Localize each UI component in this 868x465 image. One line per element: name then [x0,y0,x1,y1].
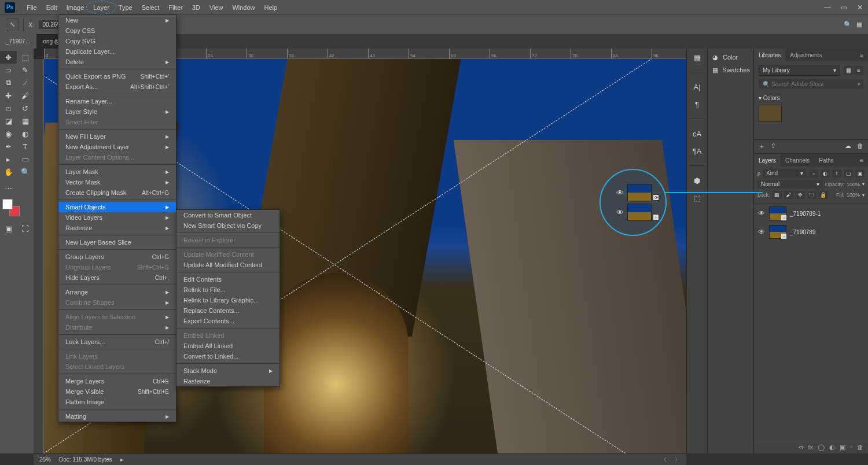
menu-item-relink-to-library-graphic-[interactable]: Relink to Library Graphic... [176,295,279,305]
zoom-level[interactable]: 25% [39,456,51,463]
history-icon[interactable]: ▦ [690,51,704,64]
menu-item-embed-all-linked[interactable]: Embed All Linked [176,341,279,351]
upload-icon[interactable]: ⇪ [771,142,776,151]
shape-tool[interactable]: ▭ [17,153,34,165]
menu-item-stack-mode[interactable]: Stack Mode▶ [176,366,279,376]
fill-value[interactable]: 100% [847,192,860,198]
library-search[interactable]: 🔍 Search Adobe Stock ▾ [759,79,863,89]
menu-item-export-as-[interactable]: Export As...Alt+Shift+Ctrl+' [58,82,176,92]
menu-item-delete[interactable]: Delete▶ [58,57,176,67]
menu-view[interactable]: View [205,2,228,13]
layer-name[interactable]: _7190789 [790,229,816,235]
cube-icon[interactable]: ⬚ [690,191,704,204]
menu-item-create-clipping-mask[interactable]: Create Clipping MaskAlt+Ctrl+G [58,187,176,198]
fx-icon[interactable]: fx [808,444,814,451]
menu-item-vector-mask[interactable]: Vector Mask▶ [58,177,176,187]
menu-window[interactable]: Window [227,2,259,13]
menu-item-convert-to-linked-[interactable]: Convert to Linked... [176,351,279,361]
menu-item-rasterize[interactable]: Rasterize▶ [58,223,176,233]
menu-item-layer-style[interactable]: Layer Style▶ [58,106,176,117]
opacity-value[interactable]: 100% [847,182,860,187]
filter-pixel-icon[interactable]: ▫ [809,169,818,178]
menu-item-lock-layers-[interactable]: Lock Layers...Ctrl+/ [58,337,176,347]
menu-item-new-fill-layer[interactable]: New Fill Layer▶ [58,131,176,142]
menu-item-new-layer-based-slice[interactable]: New Layer Based Slice [58,237,176,248]
filter-smart-icon[interactable]: ▣ [855,169,865,178]
menu-layer[interactable]: Layer [89,2,114,13]
lock-nest-icon[interactable]: ⬚ [807,191,816,199]
menu-item-copy-svg[interactable]: Copy SVG [58,36,176,46]
brush-tool[interactable]: 🖌 [17,89,34,102]
lasso-tool[interactable]: ⊃ [0,64,17,76]
menu-item-new[interactable]: New▶ [58,15,176,25]
layer-thumbnail[interactable]: ▫ [769,206,786,220]
menu-item-edit-contents[interactable]: Edit Contents [176,274,279,285]
menu-filter[interactable]: Filter [164,2,187,13]
new-layer-icon[interactable]: ▫ [850,444,852,451]
menu-item-merge-layers[interactable]: Merge LayersCtrl+E [58,376,176,386]
lock-all-icon[interactable]: 🔒 [819,191,828,199]
quick-mask-tool[interactable]: ▣ [0,222,17,235]
trash-icon[interactable]: 🗑 [857,142,863,151]
menu-item-copy-css[interactable]: Copy CSS [58,25,176,36]
menu-type[interactable]: Type [114,2,137,13]
menu-item-duplicate-layer-[interactable]: Duplicate Layer... [58,46,176,57]
swatches-panel-tab[interactable]: ▦Swatches [711,64,750,76]
menu-item-new-smart-object-via-copy[interactable]: New Smart Object via Copy [176,220,279,231]
library-color-chip[interactable] [759,105,782,122]
menu-file[interactable]: File [22,2,42,13]
lock-pos-icon[interactable]: ✥ [796,191,805,199]
menu-item-layer-mask[interactable]: Layer Mask▶ [58,167,176,177]
panel-menu-icon[interactable]: ≡ [855,154,868,167]
blend-mode-select[interactable]: Normal▾ [757,180,823,189]
tab-layers[interactable]: Layers [754,154,781,167]
menu-item-hide-layers[interactable]: Hide LayersCtrl+, [58,272,176,283]
blur-tool[interactable]: ◉ [0,127,17,140]
menu-item-flatten-image[interactable]: Flatten Image [58,397,176,407]
marquee-tool[interactable]: ⬚ [17,51,34,64]
pen-tool[interactable]: ✒ [0,140,17,153]
edit-toolbar[interactable]: ⋯ [0,182,17,194]
dodge-tool[interactable]: ◐ [17,127,34,140]
tool-preset-icon[interactable]: ⤡ [6,19,19,31]
adjustment-icon[interactable]: ◐ [829,444,835,451]
heal-tool[interactable]: ✚ [0,89,17,102]
tab-libraries[interactable]: Libraries [754,49,785,61]
colors-section-header[interactable]: ▾ Colors [759,94,863,102]
menu-edit[interactable]: Edit [42,2,62,13]
menu-item-rasterize[interactable]: Rasterize [176,376,279,386]
list-view-icon[interactable]: ≡ [854,66,863,75]
workspace-icon[interactable]: ▦ [856,21,862,28]
color-panel-tab[interactable]: ◕Color [711,51,750,64]
menu-image[interactable]: Image [62,2,89,13]
stamp-tool[interactable]: ⏍ [0,102,17,115]
menu-3d[interactable]: 3D [187,2,205,13]
menu-item-quick-export-as-png[interactable]: Quick Export as PNGShift+Ctrl+' [58,71,176,82]
quick-select-tool[interactable]: ✎ [17,64,34,76]
restore-button[interactable]: ▭ [836,2,852,13]
menu-item-video-layers[interactable]: Video Layers▶ [58,212,176,223]
tab-adjustments[interactable]: Adjustments [785,49,826,61]
move-tool[interactable]: ✥ [0,51,17,64]
group-icon[interactable]: ▣ [840,444,845,451]
3d-icon[interactable]: ⬢ [690,174,704,187]
trash-icon[interactable]: 🗑 [857,444,863,451]
history-brush-tool[interactable]: ↺ [17,102,34,115]
layer-thumbnail[interactable]: ▫ [769,225,786,239]
visibility-icon[interactable]: 👁 [757,209,766,217]
visibility-icon[interactable]: 👁 [757,228,766,236]
link-layers-icon[interactable]: ⇔ [799,444,804,451]
foreground-color[interactable] [2,199,13,209]
menu-item-update-all-modified-content[interactable]: Update All Modified Content [176,260,279,270]
add-content-icon[interactable]: ＋ [759,142,765,151]
menu-item-merge-visible[interactable]: Merge VisibleShift+Ctrl+E [58,386,176,397]
filter-type-icon[interactable]: T [832,169,841,178]
filter-adjust-icon[interactable]: ◐ [821,169,830,178]
menu-item-rename-layer-[interactable]: Rename Layer... [58,96,176,106]
layer-row[interactable]: 👁 ▫ _7190789 [754,223,868,241]
color-swatches[interactable] [2,199,20,216]
close-button[interactable]: ✕ [852,2,868,13]
layer-filter-kind[interactable]: Kind▾ [763,169,807,178]
sync-icon[interactable]: ☁ [845,142,851,151]
menu-item-smart-objects[interactable]: Smart Objects▶ [58,202,176,212]
